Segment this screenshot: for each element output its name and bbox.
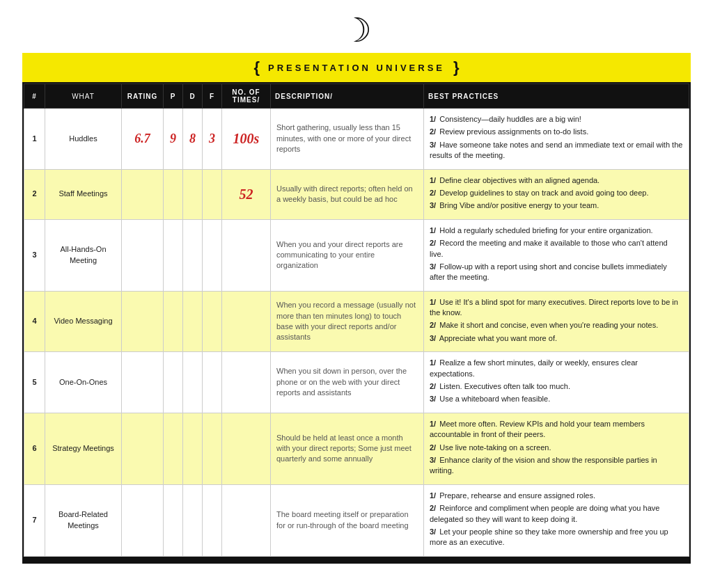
table-row: 4Video MessagingWhen you record a messag… [24, 291, 689, 352]
cell-d [183, 484, 203, 556]
cell-times [222, 291, 271, 352]
cell-d [183, 352, 203, 413]
cell-p [164, 352, 183, 413]
cell-rating [122, 291, 164, 352]
cell-rating [122, 413, 164, 484]
bp-number: 2/ [430, 239, 436, 247]
best-practice-item: 2/ Reinforce and compliment when people … [430, 503, 683, 525]
table-row: 2Staff Meetings52Usually with direct rep… [24, 169, 689, 219]
cell-rating [122, 219, 164, 291]
cell-num: 5 [24, 352, 45, 413]
cell-description: When you and your direct reports are com… [271, 219, 424, 291]
header-d: D [183, 84, 203, 109]
cell-p [164, 484, 183, 556]
cell-times [222, 413, 271, 484]
best-practice-item: 3/ Let your people shine so they take mo… [430, 527, 683, 548]
cell-f [203, 169, 222, 219]
header-rating: RATING [122, 84, 164, 109]
cell-times: 100s [222, 109, 271, 170]
cell-num: 4 [24, 291, 45, 352]
bp-number: 2/ [430, 443, 436, 452]
cell-d [183, 413, 203, 484]
brand-title: PRESENTATION UNIVERSE [268, 63, 445, 73]
cell-description: Should be held at least once a month wit… [271, 413, 424, 484]
best-practice-item: 1/ Prepare, rehearse and ensure assigned… [430, 491, 683, 501]
best-practice-item: 3/ Enhance clarity of the vision and sho… [430, 455, 683, 477]
best-practice-item: 2/ Use live note-taking on a screen. [430, 443, 683, 453]
bp-number: 2/ [430, 127, 436, 136]
cell-f [203, 484, 222, 556]
cell-d: 8 [183, 109, 203, 170]
cell-what: Huddles [45, 109, 122, 170]
cell-what: Staff Meetings [45, 169, 122, 219]
cell-best-practices: 1/ Consistency—daily huddles are a big w… [424, 109, 689, 170]
logo-area: ☾ [7, 7, 706, 53]
best-practice-item: 3/ Follow-up with a report using short a… [430, 262, 683, 283]
cell-rating [122, 352, 164, 413]
bp-number: 2/ [430, 504, 436, 512]
bp-number: 1/ [430, 298, 436, 306]
cell-f [203, 413, 222, 484]
table-row: 6Strategy MeetingsShould be held at leas… [24, 413, 689, 484]
best-practice-item: 1/ Hold a regularly scheduled briefing f… [430, 225, 683, 236]
best-practice-item: 2/ Review previous assignments on to-do … [430, 127, 683, 137]
bp-number: 3/ [430, 262, 436, 271]
cell-best-practices: 1/ Prepare, rehearse and ensure assigned… [424, 484, 689, 556]
cell-p [164, 219, 183, 291]
cell-num: 2 [24, 169, 45, 219]
best-practice-item: 1/ Define clear objectives with an align… [430, 175, 683, 186]
cell-description: When you record a message (usually not m… [271, 291, 424, 352]
best-practice-item: 1/ Consistency—daily huddles are a big w… [430, 114, 683, 125]
best-practice-item: 2/ Record the meeting and make it availa… [430, 238, 683, 260]
cell-num: 3 [24, 219, 45, 291]
cell-p [164, 169, 183, 219]
brace-left: { [253, 58, 260, 77]
brace-right: } [453, 58, 460, 77]
bp-number: 3/ [430, 456, 436, 464]
cell-p [164, 291, 183, 352]
table-row: 5One-On-OnesWhen you sit down in person,… [24, 352, 689, 413]
cell-description: The board meeting itself or preparation … [271, 484, 424, 556]
cell-best-practices: 1/ Realize a few short minutes, daily or… [424, 352, 689, 413]
cell-f [203, 219, 222, 291]
cell-times [222, 484, 271, 556]
cell-rating [122, 169, 164, 219]
cell-p [164, 413, 183, 484]
bp-number: 1/ [430, 176, 436, 184]
cell-num: 6 [24, 413, 45, 484]
best-practice-item: 2/ Make it short and concise, even when … [430, 320, 683, 331]
cell-description: When you sit down in person, over the ph… [271, 352, 424, 413]
header-f: F [203, 84, 222, 109]
cell-description: Usually with direct reports; often held … [271, 169, 424, 219]
header-p: P [164, 84, 183, 109]
bp-number: 2/ [430, 382, 436, 390]
main-table-wrapper: # WHAT RATING P D F NO. OF TIMES/ DESCRI… [22, 82, 691, 558]
cell-num: 7 [24, 484, 45, 556]
cell-best-practices: 1/ Meet more often. Review KPIs and hold… [424, 413, 689, 484]
cell-description: Short gathering, usually less than 15 mi… [271, 109, 424, 170]
cell-what: One-On-Ones [45, 352, 122, 413]
cell-num: 1 [24, 109, 45, 170]
bp-number: 1/ [430, 226, 436, 235]
header-times: NO. OF TIMES/ [222, 84, 271, 109]
cell-times: 52 [222, 169, 271, 219]
best-practice-item: 1/ Use it! It's a blind spot for many ex… [430, 297, 683, 319]
bp-number: 1/ [430, 115, 436, 123]
best-practice-item: 3/ Bring Vibe and/or positive energy to … [430, 200, 683, 211]
cell-times [222, 352, 271, 413]
header-description: DESCRIPTION/ [271, 84, 424, 109]
brand-bar: { PRESENTATION UNIVERSE } [22, 53, 691, 82]
bp-number: 3/ [430, 141, 436, 149]
cell-best-practices: 1/ Hold a regularly scheduled briefing f… [424, 219, 689, 291]
table-row: 3All-Hands-On MeetingWhen you and your d… [24, 219, 689, 291]
bp-number: 2/ [430, 189, 436, 197]
best-practice-item: 3/ Use a whiteboard when feasible. [430, 394, 683, 404]
cell-what: All-Hands-On Meeting [45, 219, 122, 291]
cell-what: Video Messaging [45, 291, 122, 352]
cell-best-practices: 1/ Define clear objectives with an align… [424, 169, 689, 219]
cell-d [183, 219, 203, 291]
bp-number: 3/ [430, 527, 436, 536]
bp-number: 3/ [430, 395, 436, 403]
best-practice-item: 3/ Appreciate what you want more of. [430, 333, 683, 344]
bp-number: 3/ [430, 334, 436, 342]
